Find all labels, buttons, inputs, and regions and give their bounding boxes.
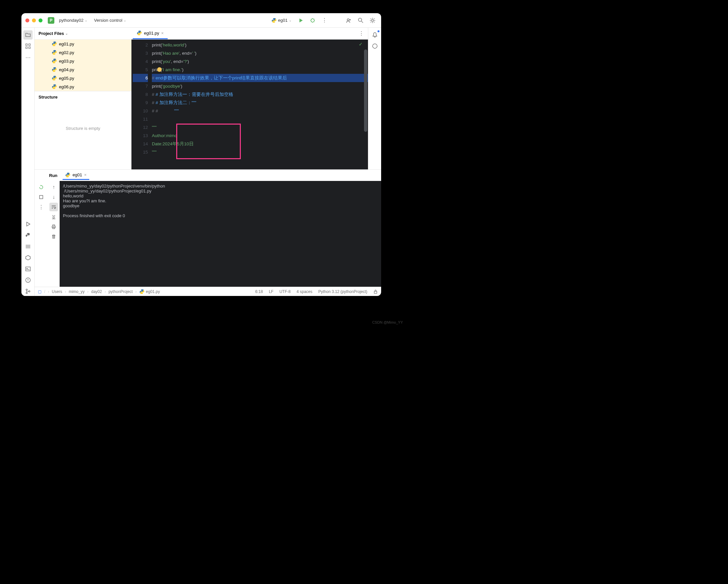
scroll-up-button[interactable]: ↑ [49, 183, 58, 192]
run-config-tab[interactable]: eg01 × [62, 171, 89, 180]
breadcrumb-item[interactable]: Users [52, 289, 62, 294]
window-controls [25, 19, 43, 22]
run-body: ⋮ ↑ ↓ /Users/mimo_yy/day02/pythonProject… [34, 181, 381, 287]
breadcrumb-item[interactable]: mimo_yy [69, 289, 85, 294]
file-item[interactable]: eg01.py [34, 40, 131, 48]
run-config-label: eg01 [278, 18, 288, 23]
project-header-label: Project Files [38, 31, 64, 36]
python-icon [139, 289, 145, 294]
close-window-button[interactable] [25, 19, 29, 22]
chevron-down-icon: ⌄ [65, 32, 68, 35]
problems-button[interactable] [23, 276, 33, 285]
ide-window: P pythonday02 ⌄ Version control ⌄ eg01 ⌄… [21, 13, 381, 296]
soft-wrap-button[interactable] [49, 203, 58, 211]
svg-rect-6 [26, 47, 27, 48]
run-tool-button[interactable] [23, 220, 33, 229]
structure-empty-label: Structure is empty [66, 126, 101, 131]
maximize-window-button[interactable] [38, 19, 43, 22]
code-editor[interactable]: 23456789101112131415 print('hello,world'… [131, 40, 368, 170]
python-icon [52, 75, 57, 81]
inspection-ok-icon[interactable]: ✓ [359, 42, 363, 47]
indent-setting[interactable]: 4 spaces [296, 289, 312, 294]
run-panel-title: Run [49, 173, 57, 178]
file-name: eg04.py [59, 67, 74, 72]
print-button[interactable] [49, 223, 58, 231]
project-panel-header[interactable]: Project Files ⌄ [34, 28, 131, 40]
chevron-down-icon: ⌄ [85, 19, 87, 22]
file-item[interactable]: eg05.py [34, 74, 131, 82]
more-tool-button[interactable]: ⋯ [23, 53, 33, 62]
file-name: eg01.py [59, 42, 74, 47]
vcs-dropdown[interactable]: Version control ⌄ [92, 17, 128, 24]
python-icon [52, 41, 57, 47]
python-icon [52, 50, 57, 55]
breadcrumbs: Users›mimo_yy›day02›pythonProject›eg01.p… [52, 289, 160, 294]
run-toolbar-left: ⋮ [34, 181, 48, 287]
python-packages-button[interactable] [23, 253, 33, 262]
svg-point-12 [29, 291, 30, 292]
scroll-to-end-button[interactable] [49, 212, 58, 221]
console-output[interactable]: /Users/mimo_yy/day02/pythonProject/venv/… [60, 181, 381, 287]
debug-button[interactable] [308, 16, 317, 25]
structure-tool-button[interactable] [23, 42, 33, 51]
rerun-button[interactable] [37, 183, 46, 192]
run-config-dropdown[interactable]: eg01 ⌄ [269, 17, 293, 24]
file-item[interactable]: eg04.py [34, 65, 131, 74]
run-button[interactable] [296, 16, 305, 25]
main-body: ⋯ Project Files ⌄ eg01.pyeg02.pyeg03.pye… [21, 28, 381, 296]
file-item[interactable]: eg03.py [34, 57, 131, 65]
svg-rect-15 [53, 225, 55, 226]
code-lines[interactable]: print('hello,world')print('Hao are', end… [152, 40, 368, 170]
ai-assistant-button[interactable] [370, 42, 380, 51]
project-dropdown[interactable]: pythonday02 ⌄ [57, 17, 89, 24]
cursor-position[interactable]: 6:18 [255, 289, 263, 294]
svg-rect-13 [40, 196, 43, 199]
file-name: eg05.py [59, 76, 74, 81]
file-name: eg03.py [59, 59, 74, 64]
structure-header[interactable]: Structure [34, 91, 131, 103]
tabs-more-button[interactable]: ⋮ [355, 30, 368, 36]
svg-rect-16 [53, 227, 55, 229]
interpreter[interactable]: Python 3.12 (pythonProject) [318, 289, 367, 294]
clear-button[interactable] [49, 232, 58, 241]
svg-point-1 [347, 19, 349, 21]
minimize-window-button[interactable] [32, 19, 36, 22]
editor-tab[interactable]: eg01.py × [133, 28, 168, 39]
close-tab-button[interactable]: × [161, 31, 164, 35]
svg-rect-17 [374, 291, 377, 293]
vcs-tool-button[interactable] [23, 287, 33, 296]
breadcrumb-item[interactable]: pythonProject [108, 289, 132, 294]
nav-back-icon[interactable]: ▢ [38, 289, 42, 294]
run-tabs: Run eg01 × [34, 170, 381, 181]
structure-empty: Structure is empty [34, 103, 131, 170]
search-button[interactable] [356, 16, 365, 25]
breadcrumb-item[interactable]: day02 [91, 289, 102, 294]
run-toolbar-output: ↑ ↓ [48, 181, 60, 287]
file-item[interactable]: eg02.py [34, 48, 131, 57]
file-list: eg01.pyeg02.pyeg03.pyeg04.pyeg05.pyeg06.… [34, 40, 131, 91]
breadcrumb-item[interactable]: eg01.py [139, 289, 160, 294]
services-button[interactable] [23, 242, 33, 251]
intention-bulb-icon[interactable] [157, 67, 162, 72]
code-with-me-button[interactable] [344, 16, 354, 25]
stop-button[interactable] [37, 193, 46, 201]
editor-scrollbar[interactable] [364, 49, 367, 132]
scroll-down-button[interactable]: ↓ [49, 193, 58, 201]
line-separator[interactable]: LF [269, 289, 274, 294]
svg-rect-4 [26, 44, 27, 46]
notifications-button[interactable] [370, 30, 380, 40]
python-console-button[interactable] [23, 231, 33, 240]
encoding[interactable]: UTF-8 [279, 289, 290, 294]
python-icon [52, 84, 57, 89]
run-more-button[interactable]: ⋮ [37, 203, 46, 211]
close-run-tab-button[interactable]: × [84, 172, 87, 177]
settings-button[interactable] [368, 16, 377, 25]
file-item[interactable]: eg06.py [34, 82, 131, 91]
terminal-button[interactable] [23, 264, 33, 274]
titlebar: P pythonday02 ⌄ Version control ⌄ eg01 ⌄… [21, 13, 381, 28]
project-tool-button[interactable] [23, 30, 33, 40]
svg-point-2 [358, 18, 362, 21]
lock-icon[interactable] [373, 289, 378, 294]
statusbar: ▢ / › Users›mimo_yy›day02›pythonProject›… [34, 287, 381, 296]
more-button[interactable]: ⋮ [320, 16, 329, 25]
